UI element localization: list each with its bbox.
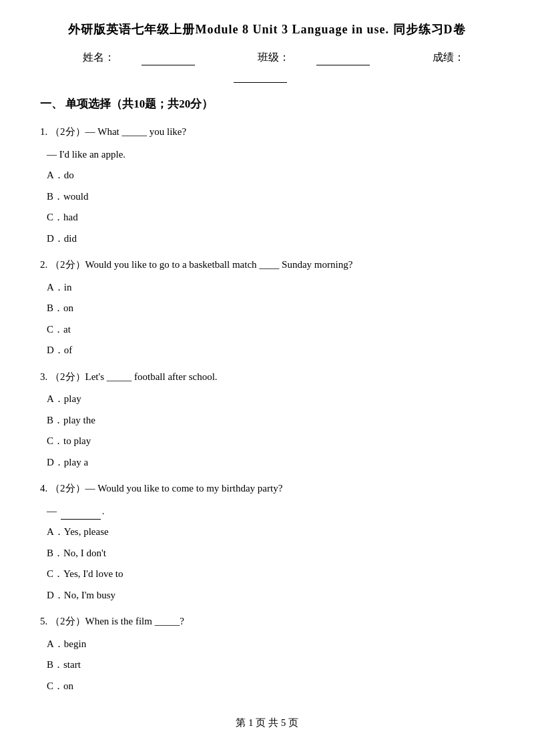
q5-option-c: C．on xyxy=(47,678,494,695)
q4-text: 4. （2分）— Would you like to come to my bi… xyxy=(40,480,494,498)
question-3: 3. （2分）Let's _____ football after school… xyxy=(40,369,494,471)
q3-option-b: B．play the xyxy=(47,412,494,429)
q2-option-d: D．of xyxy=(47,342,494,359)
q1-option-b: B．would xyxy=(47,188,494,206)
class-blank xyxy=(316,65,370,65)
q1-number: 1. xyxy=(40,126,47,137)
student-info: 姓名： 班级： 成绩： xyxy=(40,49,494,83)
q5-text: 5. （2分）When is the film _____? xyxy=(40,613,494,630)
score-blank xyxy=(234,82,287,83)
page-footer: 第 1 页 共 5 页 xyxy=(40,715,494,731)
q4-option-d: D．No, I'm busy xyxy=(47,587,494,604)
q3-text: 3. （2分）Let's _____ football after school… xyxy=(40,369,494,386)
q1-option-c: C．had xyxy=(47,209,494,226)
question-4: 4. （2分）— Would you like to come to my bi… xyxy=(40,480,494,604)
name-label: 姓名： xyxy=(69,51,211,63)
q5-number: 5. xyxy=(40,616,47,626)
q5-option-b: B．start xyxy=(47,656,494,674)
q5-option-a: A．begin xyxy=(47,636,494,653)
q1-text: 1. （2分）— What _____ you like? xyxy=(40,124,494,141)
question-1: 1. （2分）— What _____ you like? — I'd like… xyxy=(40,124,494,247)
q4-option-a: A．Yes, please xyxy=(47,524,494,541)
class-label: 班级： xyxy=(244,51,386,63)
q3-option-c: C．to play xyxy=(47,433,494,450)
q2-option-b: B．on xyxy=(47,300,494,317)
q1-dialog: — I'd like an apple. xyxy=(47,146,494,164)
q4-option-b: B．No, I don't xyxy=(47,545,494,562)
q1-option-d: D．did xyxy=(47,230,494,248)
q4-dialog: — . xyxy=(47,503,494,520)
q3-number: 3. xyxy=(40,371,47,382)
q4-number: 4. xyxy=(40,483,47,494)
question-5: 5. （2分）When is the film _____? A．begin B… xyxy=(40,613,494,695)
q2-text: 2. （2分）Would you like to go to a basketb… xyxy=(40,256,494,274)
q1-option-a: A．do xyxy=(47,167,494,184)
page-title: 外研版英语七年级上册Module 8 Unit 3 Language in us… xyxy=(40,20,494,39)
q2-option-a: A．in xyxy=(47,279,494,297)
q2-option-c: C．at xyxy=(47,321,494,339)
q3-option-a: A．play xyxy=(47,391,494,408)
question-2: 2. （2分）Would you like to go to a basketb… xyxy=(40,256,494,359)
q2-number: 2. xyxy=(40,259,47,270)
section1-title: 一、 单项选择（共10题；共20分） xyxy=(40,95,494,113)
q3-option-d: D．play a xyxy=(47,454,494,471)
name-blank xyxy=(142,65,195,65)
q4-option-c: C．Yes, I'd love to xyxy=(47,566,494,583)
